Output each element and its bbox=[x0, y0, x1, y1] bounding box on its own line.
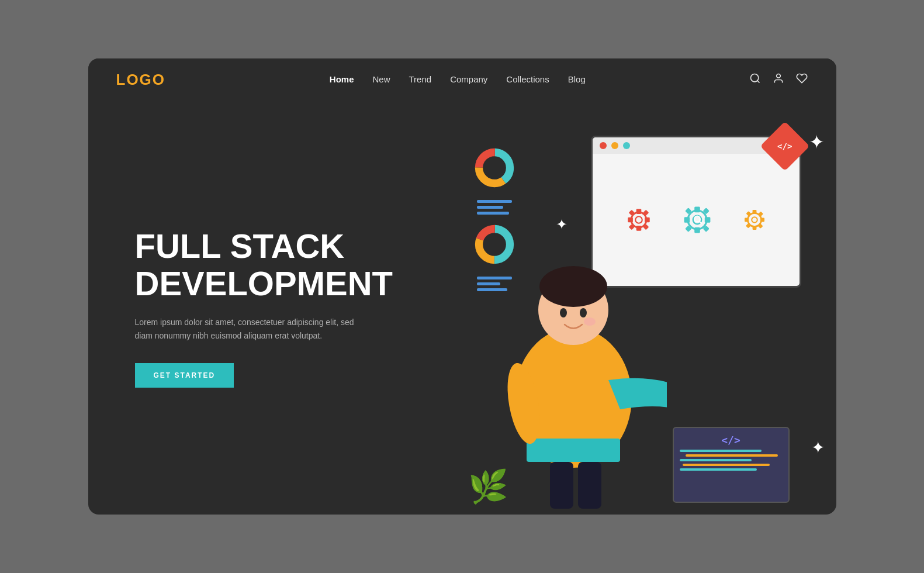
code-badge-wrapper: </> bbox=[767, 129, 802, 164]
search-icon[interactable] bbox=[749, 73, 761, 87]
svg-rect-26 bbox=[704, 217, 710, 223]
svg-point-34 bbox=[752, 217, 757, 223]
svg-rect-36 bbox=[752, 226, 756, 230]
hero-left: FULL STACK DEVELOPMENT Lorem ipsum dolor… bbox=[88, 101, 462, 515]
laptop-line bbox=[686, 454, 778, 457]
svg-rect-38 bbox=[760, 218, 764, 222]
gear-teal bbox=[674, 196, 721, 243]
person-illustration bbox=[480, 175, 667, 515]
user-icon[interactable] bbox=[773, 73, 784, 87]
nav-item-collections[interactable]: Collections bbox=[506, 74, 549, 85]
nav-item-trend[interactable]: Trend bbox=[409, 74, 432, 85]
laptop: </> bbox=[673, 427, 790, 503]
svg-rect-25 bbox=[684, 217, 690, 223]
svg-point-21 bbox=[688, 210, 707, 229]
hero-title: FULL STACK DEVELOPMENT bbox=[135, 227, 462, 302]
nav-link-home[interactable]: Home bbox=[330, 74, 354, 84]
nav-item-home[interactable]: Home bbox=[330, 74, 354, 85]
heart-icon[interactable] bbox=[796, 73, 808, 87]
svg-rect-37 bbox=[745, 218, 749, 222]
logo: LOGO bbox=[116, 71, 166, 89]
monitor-dot-red bbox=[600, 142, 607, 149]
svg-point-0 bbox=[751, 74, 759, 81]
code-badge: </> bbox=[760, 122, 809, 171]
nav-item-company[interactable]: Company bbox=[450, 74, 487, 85]
svg-rect-56 bbox=[578, 462, 601, 509]
hero-subtitle: Lorem ipsum dolor sit amet, consectetuer… bbox=[135, 316, 357, 342]
svg-point-47 bbox=[560, 308, 567, 317]
gear-yellow bbox=[735, 200, 774, 240]
svg-point-33 bbox=[747, 213, 761, 226]
laptop-line bbox=[680, 450, 762, 452]
svg-rect-55 bbox=[550, 462, 573, 509]
browser-window: LOGO Home New Trend Company Collections … bbox=[88, 58, 836, 515]
laptop-code-tag: </> bbox=[680, 434, 783, 446]
nav-link-collections[interactable]: Collections bbox=[506, 74, 549, 84]
svg-line-1 bbox=[757, 80, 760, 82]
nav-links: Home New Trend Company Collections Blog bbox=[330, 74, 586, 85]
nav-link-new[interactable]: New bbox=[372, 74, 390, 84]
svg-rect-35 bbox=[752, 210, 756, 214]
svg-rect-23 bbox=[694, 207, 700, 213]
svg-point-46 bbox=[539, 266, 607, 307]
laptop-line bbox=[680, 468, 757, 471]
laptop-line bbox=[680, 459, 752, 461]
nav-link-trend[interactable]: Trend bbox=[409, 74, 432, 84]
plant-icon: 🌿 bbox=[468, 468, 508, 506]
navbar: LOGO Home New Trend Company Collections … bbox=[88, 58, 836, 101]
sparkle-bottom-right: ✦ bbox=[811, 440, 825, 456]
laptop-line bbox=[683, 464, 770, 466]
svg-point-2 bbox=[777, 74, 781, 78]
svg-point-49 bbox=[584, 317, 596, 326]
hero-section: FULL STACK DEVELOPMENT Lorem ipsum dolor… bbox=[88, 101, 836, 515]
nav-link-blog[interactable]: Blog bbox=[568, 74, 586, 84]
svg-point-48 bbox=[580, 308, 587, 317]
hero-title-line2: DEVELOPMENT bbox=[135, 264, 393, 302]
cta-button[interactable]: GET STARTED bbox=[135, 363, 234, 388]
monitor-dot-orange bbox=[611, 142, 618, 149]
nav-item-blog[interactable]: Blog bbox=[568, 74, 586, 85]
hero-right: </> ✦ ✦ ✦ </> bbox=[462, 101, 836, 515]
svg-rect-44 bbox=[527, 439, 620, 462]
nav-link-company[interactable]: Company bbox=[450, 74, 487, 84]
person-svg bbox=[480, 175, 667, 515]
svg-rect-24 bbox=[694, 227, 700, 233]
nav-item-new[interactable]: New bbox=[372, 74, 390, 85]
monitor-dot-teal bbox=[623, 142, 630, 149]
code-badge-text: </> bbox=[777, 141, 792, 151]
sparkle-top-right: ✦ bbox=[809, 133, 825, 151]
hero-title-line1: FULL STACK bbox=[135, 227, 345, 265]
nav-icons bbox=[749, 73, 808, 87]
